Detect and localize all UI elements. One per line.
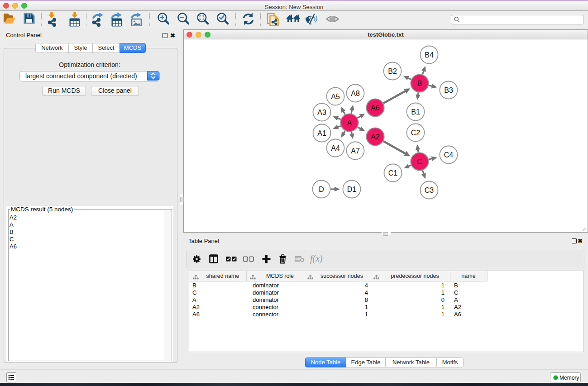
svg-text:C: C bbox=[417, 158, 422, 166]
svg-text:A: A bbox=[347, 119, 352, 127]
svg-text:C1: C1 bbox=[388, 169, 398, 177]
svg-text:A8: A8 bbox=[351, 90, 360, 97]
svg-text:D1: D1 bbox=[347, 186, 357, 193]
svg-text:C3: C3 bbox=[425, 186, 434, 194]
svg-text:B4: B4 bbox=[425, 51, 434, 59]
svg-text:C4: C4 bbox=[444, 151, 454, 159]
svg-text:A2: A2 bbox=[371, 133, 380, 141]
svg-text:B1: B1 bbox=[411, 108, 420, 116]
svg-text:A1: A1 bbox=[317, 129, 326, 137]
svg-text:D: D bbox=[319, 186, 324, 193]
svg-text:A5: A5 bbox=[331, 93, 340, 100]
svg-text:A3: A3 bbox=[317, 109, 326, 116]
svg-text:C2: C2 bbox=[411, 129, 421, 137]
svg-text:A7: A7 bbox=[351, 147, 360, 155]
svg-text:A6: A6 bbox=[371, 104, 380, 112]
svg-text:B3: B3 bbox=[444, 86, 453, 94]
svg-text:B: B bbox=[417, 80, 422, 87]
svg-text:B2: B2 bbox=[388, 67, 397, 75]
svg-text:A4: A4 bbox=[331, 144, 340, 152]
